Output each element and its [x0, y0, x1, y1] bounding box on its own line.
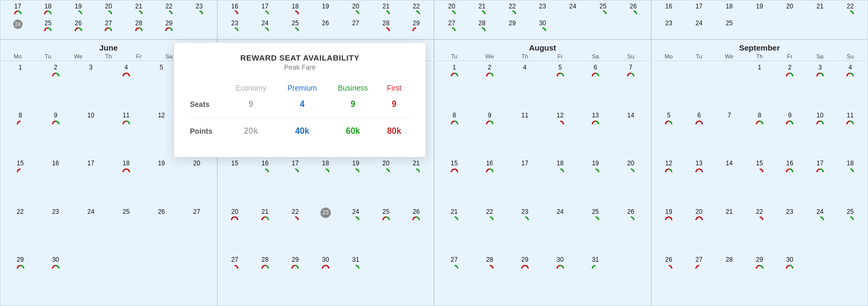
day-4[interactable]: 4 [507, 62, 542, 110]
day-28[interactable]: 28 [714, 254, 745, 302]
day-30[interactable]: 30 [310, 254, 341, 302]
day-20[interactable]: 20 [371, 158, 401, 206]
day-18[interactable]: 18 [835, 158, 866, 206]
day-26[interactable]: 26 [654, 254, 684, 302]
day-18[interactable]: 18 [108, 158, 144, 206]
day-2[interactable]: 2 [472, 62, 507, 110]
day-28[interactable]: 28 [472, 254, 507, 302]
day-13[interactable]: 13 [578, 110, 613, 158]
day-9[interactable]: 9 [38, 110, 73, 158]
day-30[interactable]: 30 [38, 254, 73, 302]
day-16[interactable]: 16 [775, 158, 805, 206]
day-16[interactable]: 16 [250, 158, 280, 206]
day-21[interactable]: 21 [714, 206, 745, 254]
day-29[interactable]: 29 [3, 254, 38, 302]
day-24[interactable]: 24 [542, 206, 578, 254]
day-22[interactable]: 22 [280, 206, 311, 254]
day-11[interactable]: 11 [108, 110, 144, 158]
day-8[interactable]: 8 [437, 110, 472, 158]
day-12[interactable]: 12 [654, 158, 684, 206]
day-8[interactable]: 8 [744, 110, 775, 158]
day-21[interactable]: 21 [401, 158, 432, 206]
day-15[interactable]: 15 [744, 158, 775, 206]
day-18[interactable]: 18 [542, 158, 578, 206]
day-31[interactable]: 31 [341, 254, 371, 302]
day-17[interactable]: 17 [805, 158, 835, 206]
day-31[interactable]: 31 [578, 254, 613, 302]
day-24[interactable]: 24 [805, 206, 835, 254]
day-27[interactable]: 27 [684, 254, 714, 302]
day-19[interactable]: 19 [144, 158, 179, 206]
day-13[interactable]: 13 [684, 158, 714, 206]
day-12[interactable]: 12 [542, 110, 578, 158]
day-21[interactable]: 21 [250, 206, 280, 254]
day-11[interactable]: 11 [507, 110, 542, 158]
day-25[interactable]: 25 [108, 206, 144, 254]
day-24[interactable]: 24 [341, 206, 371, 254]
day-14[interactable]: 14 [714, 158, 745, 206]
day-22[interactable]: 22 [3, 206, 38, 254]
day-7[interactable]: 7 [714, 110, 745, 158]
day-22[interactable]: 22 [472, 206, 507, 254]
day-27[interactable]: 27 [437, 254, 472, 302]
day-20[interactable]: 20 [684, 206, 714, 254]
day-8[interactable]: 8 [3, 110, 38, 158]
day-29[interactable]: 29 [280, 254, 311, 302]
day-24[interactable]: 24 [73, 206, 108, 254]
day-10[interactable]: 10 [805, 110, 835, 158]
day-17[interactable]: 17 [280, 158, 311, 206]
day-23-selected[interactable]: 23 [310, 206, 341, 254]
day-29[interactable]: 29 [744, 254, 775, 302]
day-16[interactable]: 16 [38, 158, 73, 206]
day-25[interactable]: 25 [835, 206, 866, 254]
day-23[interactable]: 23 [507, 206, 542, 254]
day-9[interactable]: 9 [775, 110, 805, 158]
day-23[interactable]: 23 [775, 206, 805, 254]
day-5[interactable]: 5 [542, 62, 578, 110]
day-9[interactable]: 9 [472, 110, 507, 158]
day-2[interactable]: 2 [775, 62, 805, 110]
day-26[interactable]: 26 [613, 206, 648, 254]
day-15[interactable]: 15 [437, 158, 472, 206]
day-26[interactable]: 26 [401, 206, 432, 254]
day-20[interactable]: 20 [220, 206, 250, 254]
day-29[interactable]: 29 [507, 254, 542, 302]
day-15[interactable]: 15 [220, 158, 250, 206]
day-11[interactable]: 11 [835, 110, 866, 158]
day-6[interactable]: 6 [684, 110, 714, 158]
day-20[interactable]: 20 [613, 158, 648, 206]
day-17[interactable]: 17 [507, 158, 542, 206]
day-21[interactable]: 21 [437, 206, 472, 254]
day-20[interactable]: 20 [179, 158, 214, 206]
day-23[interactable]: 23 [38, 206, 73, 254]
day-15[interactable]: 15 [3, 158, 38, 206]
day-4[interactable]: 4 [108, 62, 144, 110]
day-28[interactable]: 28 [250, 254, 280, 302]
day-1[interactable]: 1 [3, 62, 38, 110]
day-26[interactable]: 26 [144, 206, 179, 254]
day-25[interactable]: 25 [578, 206, 613, 254]
day-30[interactable]: 30 [542, 254, 578, 302]
day-2[interactable]: 2 [38, 62, 73, 110]
day-19[interactable]: 19 [578, 158, 613, 206]
day-19[interactable]: 19 [654, 206, 684, 254]
day-30[interactable]: 30 [775, 254, 805, 302]
day-10[interactable]: 10 [73, 110, 108, 158]
day-6[interactable]: 6 [578, 62, 613, 110]
day-16[interactable]: 16 [472, 158, 507, 206]
day-27[interactable]: 27 [179, 206, 214, 254]
day-27[interactable]: 27 [220, 254, 250, 302]
day-1[interactable]: 1 [437, 62, 472, 110]
day-4[interactable]: 4 [835, 62, 866, 110]
day-3[interactable]: 3 [73, 62, 108, 110]
day-7[interactable]: 7 [613, 62, 648, 110]
day-17[interactable]: 17 [73, 158, 108, 206]
day-3[interactable]: 3 [805, 62, 835, 110]
day-19[interactable]: 19 [341, 158, 371, 206]
day-18[interactable]: 18 [310, 158, 341, 206]
day-14[interactable]: 14 [613, 110, 648, 158]
day-5[interactable]: 5 [654, 110, 684, 158]
day-22[interactable]: 22 [744, 206, 775, 254]
day-1[interactable]: 1 [744, 62, 775, 110]
day-25[interactable]: 25 [371, 206, 401, 254]
